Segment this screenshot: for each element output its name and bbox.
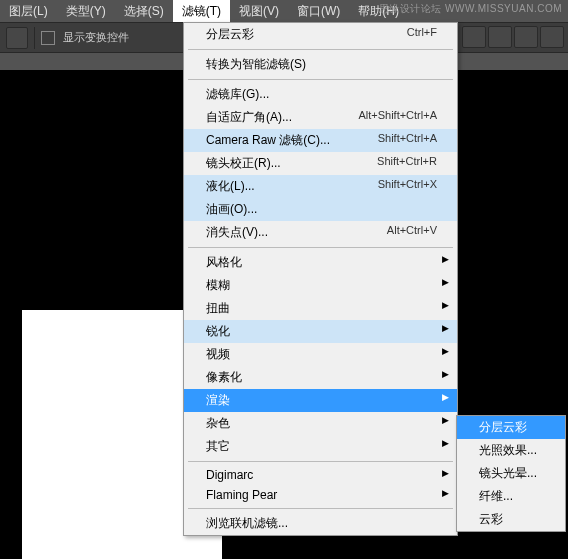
filter-dropdown: 分层云彩Ctrl+F转换为智能滤镜(S)滤镜库(G)...自适应广角(A)...… (183, 22, 458, 536)
align-btn-2[interactable] (488, 26, 512, 48)
menu-item-label: 滤镜库(G)... (206, 86, 269, 103)
menu-item-label: 模糊 (206, 277, 230, 294)
menu-item[interactable]: 油画(O)... (184, 198, 457, 221)
menu-item[interactable]: 液化(L)...Shift+Ctrl+X (184, 175, 457, 198)
menu-item[interactable]: 渲染▶ (184, 389, 457, 412)
menu-item[interactable]: 风格化▶ (184, 251, 457, 274)
chevron-right-icon: ▶ (442, 323, 449, 333)
submenu-item-label: 纤维... (479, 488, 513, 505)
menu-item-label: 渲染 (206, 392, 230, 409)
checkbox-label: 显示变换控件 (63, 30, 129, 45)
menu-item-label: 像素化 (206, 369, 242, 386)
menu-item-label: 自适应广角(A)... (206, 109, 292, 126)
chevron-right-icon: ▶ (442, 392, 449, 402)
menu-item-label: 锐化 (206, 323, 230, 340)
menu-item-label: 浏览联机滤镜... (206, 515, 288, 532)
menu-item-label: 其它 (206, 438, 230, 455)
menu-separator (188, 49, 453, 50)
watermark: 思缘设计论坛 WWW.MISSYUAN.COM (379, 2, 562, 16)
submenu-item[interactable]: 镜头光晕... (457, 462, 565, 485)
menu-item-label: 镜头校正(R)... (206, 155, 281, 172)
menubar-item[interactable]: 窗口(W) (288, 0, 349, 22)
menu-shortcut: Shift+Ctrl+X (378, 178, 437, 195)
menu-item[interactable]: 视频▶ (184, 343, 457, 366)
menu-item[interactable]: 杂色▶ (184, 412, 457, 435)
menu-item-label: Digimarc (206, 468, 253, 482)
menu-item[interactable]: Digimarc▶ (184, 465, 457, 485)
menu-item-label: 扭曲 (206, 300, 230, 317)
show-transform-checkbox[interactable] (41, 31, 55, 45)
menu-item-label: 视频 (206, 346, 230, 363)
align-btn-1[interactable] (462, 26, 486, 48)
chevron-right-icon: ▶ (442, 415, 449, 425)
chevron-right-icon: ▶ (442, 468, 449, 478)
chevron-right-icon: ▶ (442, 488, 449, 498)
menu-item[interactable]: 锐化▶ (184, 320, 457, 343)
menu-item-label: 杂色 (206, 415, 230, 432)
menu-item[interactable]: 消失点(V)...Alt+Ctrl+V (184, 221, 457, 244)
menu-item-label: 风格化 (206, 254, 242, 271)
menu-shortcut: Alt+Shift+Ctrl+A (358, 109, 437, 126)
submenu-item-label: 分层云彩 (479, 419, 527, 436)
menu-item[interactable]: 分层云彩Ctrl+F (184, 23, 457, 46)
menu-shortcut: Ctrl+F (407, 26, 437, 43)
chevron-right-icon: ▶ (442, 300, 449, 310)
chevron-right-icon: ▶ (442, 438, 449, 448)
menubar-item[interactable]: 类型(Y) (57, 0, 115, 22)
menu-item-label: 液化(L)... (206, 178, 255, 195)
divider (34, 27, 35, 49)
menu-item[interactable]: Camera Raw 滤镜(C)...Shift+Ctrl+A (184, 129, 457, 152)
menubar-item[interactable]: 滤镜(T) (173, 0, 230, 22)
menu-item[interactable]: Flaming Pear▶ (184, 485, 457, 505)
menu-item-label: 油画(O)... (206, 201, 257, 218)
submenu-item[interactable]: 纤维... (457, 485, 565, 508)
menu-separator (188, 508, 453, 509)
menu-item-label: 消失点(V)... (206, 224, 268, 241)
menu-item[interactable]: 浏览联机滤镜... (184, 512, 457, 535)
menu-item[interactable]: 转换为智能滤镜(S) (184, 53, 457, 76)
menubar-item[interactable]: 选择(S) (115, 0, 173, 22)
chevron-right-icon: ▶ (442, 277, 449, 287)
menu-item[interactable]: 模糊▶ (184, 274, 457, 297)
menu-item[interactable]: 其它▶ (184, 435, 457, 458)
tool-button-1[interactable] (6, 27, 28, 49)
menubar-item[interactable]: 图层(L) (0, 0, 57, 22)
menu-item[interactable]: 滤镜库(G)... (184, 83, 457, 106)
align-btn-4[interactable] (540, 26, 564, 48)
toolbar-right (458, 22, 568, 52)
menu-item-label: Flaming Pear (206, 488, 277, 502)
menu-item-label: 分层云彩 (206, 26, 254, 43)
submenu-item-label: 云彩 (479, 511, 503, 528)
align-btn-3[interactable] (514, 26, 538, 48)
submenu-item-label: 光照效果... (479, 442, 537, 459)
chevron-right-icon: ▶ (442, 369, 449, 379)
submenu-item[interactable]: 云彩 (457, 508, 565, 531)
menu-item[interactable]: 镜头校正(R)...Shift+Ctrl+R (184, 152, 457, 175)
menu-separator (188, 247, 453, 248)
menu-item-label: Camera Raw 滤镜(C)... (206, 132, 330, 149)
menu-item-label: 转换为智能滤镜(S) (206, 56, 306, 73)
menu-item[interactable]: 扭曲▶ (184, 297, 457, 320)
menu-separator (188, 79, 453, 80)
menu-shortcut: Shift+Ctrl+A (378, 132, 437, 149)
menubar-item[interactable]: 视图(V) (230, 0, 288, 22)
menu-shortcut: Shift+Ctrl+R (377, 155, 437, 172)
menu-item[interactable]: 自适应广角(A)...Alt+Shift+Ctrl+A (184, 106, 457, 129)
menu-separator (188, 461, 453, 462)
render-submenu: 分层云彩光照效果...镜头光晕...纤维...云彩 (456, 415, 566, 532)
submenu-item-label: 镜头光晕... (479, 465, 537, 482)
menu-item[interactable]: 像素化▶ (184, 366, 457, 389)
submenu-item[interactable]: 分层云彩 (457, 416, 565, 439)
submenu-item[interactable]: 光照效果... (457, 439, 565, 462)
chevron-right-icon: ▶ (442, 346, 449, 356)
menu-shortcut: Alt+Ctrl+V (387, 224, 437, 241)
chevron-right-icon: ▶ (442, 254, 449, 264)
